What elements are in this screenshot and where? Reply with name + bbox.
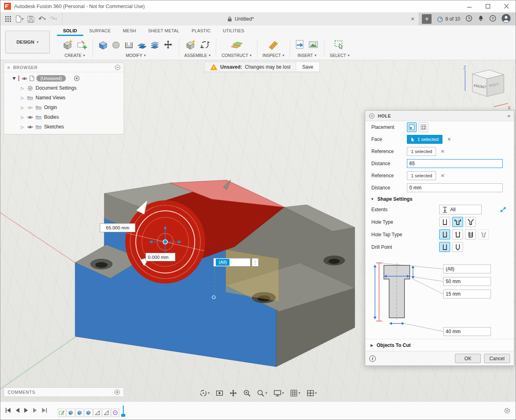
assemble-component-icon[interactable]	[185, 39, 196, 52]
shell-icon[interactable]	[124, 40, 134, 51]
group-create-label[interactable]: CREATE▾	[65, 53, 85, 58]
insert-svg-icon[interactable]	[295, 40, 305, 51]
expand-icon[interactable]: ▷	[20, 115, 25, 120]
timeline-chamfer-feature[interactable]	[102, 409, 110, 417]
close-button[interactable]	[497, 0, 516, 12]
document-tab-close-icon[interactable]: ✕	[411, 16, 415, 22]
display-settings-icon[interactable]: ▾	[273, 389, 284, 397]
root-document-label[interactable]: (Unsaved)	[36, 75, 66, 82]
sidebar-item-named-views[interactable]: ▷ Named Views	[4, 93, 124, 103]
browser-collapse-icon[interactable]: «	[7, 65, 10, 70]
tap-type-simple-button[interactable]	[439, 229, 450, 239]
maximize-button[interactable]	[478, 0, 497, 12]
recent-activity-icon[interactable]	[465, 15, 472, 23]
notifications-bell-icon[interactable]	[478, 15, 484, 23]
view-cube[interactable]: Z X FRONT RIGHT	[457, 65, 512, 111]
create-sketch-icon[interactable]	[77, 40, 87, 51]
visibility-eye-icon[interactable]	[21, 76, 27, 81]
tab-surface[interactable]: SURFACE	[83, 25, 117, 36]
tap-type-clearance-button[interactable]	[452, 229, 463, 239]
timeline-sketch-feature[interactable]	[58, 409, 66, 417]
tab-mesh[interactable]: MESH	[117, 25, 142, 36]
clear-reference1-icon[interactable]: ✕	[440, 149, 444, 154]
move-copy-icon[interactable]	[163, 40, 173, 51]
save-button[interactable]	[26, 14, 35, 24]
press-pull-icon[interactable]	[98, 40, 108, 51]
timeline-play-button[interactable]	[24, 407, 29, 414]
extents-dropdown[interactable]: All	[439, 205, 482, 214]
timeline-extrude-feature[interactable]	[76, 409, 84, 417]
dialog-detach-icon[interactable]: »	[508, 113, 510, 119]
tab-plastic[interactable]: PLASTIC	[185, 25, 217, 36]
ok-button[interactable]: OK	[455, 354, 481, 363]
viewport-3d[interactable]: « BROWSER (Unsaved) ▷ Document Settings	[0, 60, 516, 401]
reference1-selection-button[interactable]: 1 selected	[407, 147, 436, 156]
look-at-icon[interactable]	[216, 389, 223, 397]
construction-plane-icon[interactable]	[230, 40, 242, 51]
visibility-eye-off-icon[interactable]	[27, 105, 33, 110]
measure-icon[interactable]	[268, 40, 279, 51]
joint-icon[interactable]	[200, 40, 210, 51]
tree-root-component[interactable]: (Unsaved)	[4, 74, 124, 83]
cancel-button[interactable]: Cancel	[484, 354, 510, 363]
help-icon[interactable]: ?	[489, 15, 496, 23]
timeline-extrude-feature[interactable]	[67, 409, 75, 417]
combine-icon[interactable]	[137, 40, 147, 51]
user-avatar[interactable]	[501, 14, 511, 24]
shape-settings-section[interactable]: ▼ Shape Settings	[365, 194, 514, 204]
browser-minimize-icon[interactable]	[115, 65, 120, 70]
info-icon[interactable]: i	[369, 355, 376, 362]
hole-type-countersink-button[interactable]	[465, 217, 476, 227]
group-inspect-label[interactable]: INSPECT▾	[263, 53, 284, 58]
undo-button[interactable]: ↶▾	[38, 14, 46, 24]
distance2-input[interactable]	[407, 183, 503, 192]
flip-direction-button[interactable]	[498, 205, 508, 214]
expand-icon[interactable]: ▷	[20, 96, 25, 100]
timeline-extrude-feature[interactable]	[84, 409, 93, 417]
timeline-step-back-button[interactable]	[15, 407, 20, 414]
hole-diameter-input[interactable]	[443, 327, 491, 336]
dialog-collapse-icon[interactable]	[369, 113, 375, 119]
tab-solid[interactable]: SOLID	[57, 25, 83, 36]
clear-reference2-icon[interactable]: ✕	[440, 173, 444, 178]
zoom-icon[interactable]	[243, 389, 251, 397]
extent-dropdown[interactable]: (All) ⋮	[213, 258, 259, 267]
timeline-position-marker[interactable]	[121, 405, 125, 417]
counterbore-diameter-input[interactable]	[443, 277, 491, 286]
app-grid-menu-icon[interactable]	[4, 14, 13, 24]
tap-type-taper-button[interactable]	[478, 229, 489, 239]
group-modify-label[interactable]: MODIFY▾	[126, 53, 145, 58]
timeline-go-to-start-button[interactable]	[5, 407, 11, 414]
tap-type-tapped-button[interactable]	[465, 229, 476, 239]
reference2-selection-button[interactable]: 1 selected	[407, 171, 436, 180]
root-expander-icon[interactable]	[12, 76, 16, 80]
new-component-icon[interactable]	[62, 39, 74, 52]
tab-sheet-metal[interactable]: SHEET METAL	[142, 25, 186, 36]
sidebar-item-origin[interactable]: ▷ Origin	[4, 103, 124, 112]
hole-center-point[interactable]	[163, 240, 168, 244]
fillet-icon[interactable]	[111, 40, 121, 51]
extent-selected-value[interactable]: (All)	[216, 259, 230, 266]
expand-icon[interactable]: ▷	[20, 125, 25, 129]
file-menu-button[interactable]: ▾	[15, 14, 24, 24]
tab-utilities[interactable]: UTILITIES	[217, 25, 250, 36]
drill-point-flat-button[interactable]	[439, 242, 450, 252]
offset-distance-input[interactable]: 0.000 mm	[145, 253, 175, 261]
sidebar-item-document-settings[interactable]: ▷ Document Settings	[4, 83, 124, 93]
fit-icon[interactable]: ▾	[257, 389, 267, 397]
insert-canvas-icon[interactable]	[308, 40, 319, 51]
viewports-icon[interactable]: ▾	[306, 389, 317, 397]
hole-type-simple-button[interactable]	[439, 217, 450, 227]
expand-icon[interactable]: ▷	[20, 86, 25, 90]
pan-icon[interactable]	[230, 389, 237, 397]
workspace-selector[interactable]: DESIGN ▾	[5, 31, 50, 53]
group-select-label[interactable]: SELECT▾	[330, 53, 350, 58]
timeline-settings-gear-icon[interactable]	[503, 407, 511, 414]
diameter-dimension-label[interactable]: 65.000 mm	[100, 223, 135, 232]
extent-dim-input[interactable]	[443, 265, 491, 273]
offset-face-icon[interactable]	[150, 40, 160, 51]
orbit-icon[interactable]: ▾	[199, 389, 210, 397]
drill-point-angle-button[interactable]	[452, 242, 463, 252]
group-construct-label[interactable]: CONSTRUCT▾	[221, 53, 251, 58]
placement-multiple-button[interactable]	[419, 122, 428, 132]
